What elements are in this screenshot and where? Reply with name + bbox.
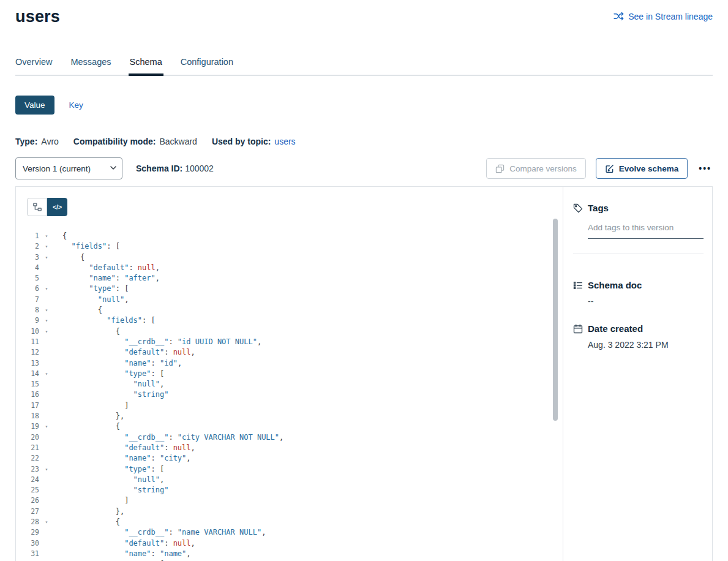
line-number: 24 bbox=[16, 475, 39, 485]
fold-arrow-icon[interactable]: ▾ bbox=[42, 369, 51, 379]
code-line: 17 ] bbox=[16, 401, 563, 411]
fold-arrow-icon[interactable]: ▾ bbox=[42, 305, 51, 315]
fold-arrow-icon bbox=[42, 432, 51, 443]
page-title: users bbox=[15, 7, 60, 26]
code-line: 16 "string" bbox=[16, 390, 563, 400]
line-number: 18 bbox=[16, 411, 39, 421]
code-text: "type": [ bbox=[51, 369, 164, 379]
fold-arrow-icon bbox=[42, 358, 51, 369]
code-line: 18 }, bbox=[16, 411, 563, 421]
code-line: 11 "__crdb__": "id UUID NOT NULL", bbox=[16, 337, 563, 347]
line-number: 27 bbox=[16, 506, 39, 517]
tags-input[interactable] bbox=[588, 220, 704, 239]
code-text: "__crdb__": "id UUID NOT NULL", bbox=[51, 337, 261, 347]
code-text: "default": null, bbox=[51, 538, 195, 549]
code-line: 15 "null", bbox=[16, 379, 563, 390]
code-view-button[interactable]: </> bbox=[47, 198, 67, 216]
code-line: 8▾ { bbox=[16, 305, 563, 315]
code-line: 30 "default": null, bbox=[16, 538, 563, 549]
fold-arrow-icon[interactable]: ▾ bbox=[42, 241, 51, 252]
line-number: 20 bbox=[16, 432, 39, 443]
line-number: 1 bbox=[16, 231, 39, 241]
fold-arrow-icon[interactable]: ▾ bbox=[42, 252, 51, 263]
version-select[interactable]: Version 1 (current) bbox=[15, 157, 122, 179]
schema-id: Schema ID: 100002 bbox=[136, 164, 214, 173]
key-toggle-button[interactable]: Key bbox=[69, 100, 83, 110]
code-line: 22 "name": "city", bbox=[16, 453, 563, 464]
code-line: 19▾ { bbox=[16, 421, 563, 432]
tags-section: Tags bbox=[573, 203, 704, 254]
fold-arrow-icon bbox=[42, 379, 51, 390]
fold-arrow-icon bbox=[42, 337, 51, 347]
line-number: 6 bbox=[16, 284, 39, 294]
view-toggle: </> bbox=[27, 198, 67, 216]
evolve-schema-button[interactable]: Evolve schema bbox=[596, 158, 688, 179]
scrollbar[interactable] bbox=[553, 219, 558, 421]
fold-arrow-icon[interactable]: ▾ bbox=[42, 421, 51, 432]
code-lines: 1▾{2▾ "fields": [3▾ {4 "default": null,5… bbox=[16, 231, 563, 561]
schema-id-label: Schema ID: bbox=[136, 164, 182, 173]
line-number: 23 bbox=[16, 464, 39, 475]
schema-toolbar: Version 1 (current) Schema ID: 100002 Co… bbox=[15, 157, 713, 179]
stream-lineage-label: See in Stream lineage bbox=[628, 12, 713, 21]
code-text: "name": "id", bbox=[51, 358, 182, 369]
line-number: 17 bbox=[16, 401, 39, 411]
fold-arrow-icon bbox=[42, 453, 51, 464]
code-text: { bbox=[51, 231, 67, 241]
fold-arrow-icon bbox=[42, 263, 51, 273]
fold-arrow-icon[interactable]: ▾ bbox=[42, 326, 51, 337]
line-number: 21 bbox=[16, 443, 39, 453]
code-line: 24 "null", bbox=[16, 475, 563, 485]
code-line: 2▾ "fields": [ bbox=[16, 241, 563, 252]
schema-doc-section: Schema doc -- bbox=[573, 280, 704, 306]
fold-arrow-icon[interactable]: ▾ bbox=[42, 464, 51, 475]
code-line: 20 "__crdb__": "city VARCHAR NOT NULL", bbox=[16, 432, 563, 443]
tab-overview[interactable]: Overview bbox=[15, 57, 52, 75]
code-view-icon: </> bbox=[53, 203, 62, 211]
code-line: 23▾ "type": [ bbox=[16, 464, 563, 475]
fold-arrow-icon[interactable]: ▾ bbox=[42, 315, 51, 326]
tree-view-icon bbox=[32, 202, 42, 212]
code-line: 6▾ "type": [ bbox=[16, 284, 563, 294]
tree-view-button[interactable] bbox=[27, 198, 47, 216]
code-text: "fields": [ bbox=[51, 241, 120, 252]
fold-arrow-icon[interactable]: ▾ bbox=[42, 284, 51, 294]
code-text: "default": null, bbox=[51, 443, 195, 453]
stream-lineage-link[interactable]: See in Stream lineage bbox=[614, 11, 713, 21]
tags-heading: Tags bbox=[573, 203, 704, 213]
compare-versions-icon bbox=[495, 164, 505, 173]
compare-versions-button[interactable]: Compare versions bbox=[486, 158, 586, 179]
tab-schema[interactable]: Schema bbox=[130, 57, 162, 75]
date-created-section: Date created Aug. 3 2022 3:21 PM bbox=[573, 323, 704, 350]
code-line: 27 }, bbox=[16, 506, 563, 517]
code-text: ] bbox=[51, 401, 129, 411]
calendar-icon bbox=[573, 324, 583, 334]
date-created-title: Date created bbox=[588, 323, 643, 334]
schema-panel: </> 1▾{2▾ "fields": [3▾ {4 "default": nu… bbox=[15, 186, 713, 561]
code-text: "null", bbox=[51, 379, 164, 390]
type-value: Avro bbox=[41, 137, 59, 146]
code-line: 21 "default": null, bbox=[16, 443, 563, 453]
line-number: 10 bbox=[16, 326, 39, 337]
code-text: }, bbox=[51, 506, 124, 517]
topic-link[interactable]: users bbox=[274, 137, 295, 146]
list-icon bbox=[573, 280, 583, 290]
more-options-button[interactable]: ••• bbox=[699, 158, 711, 179]
code-text: "type": [ bbox=[51, 284, 129, 294]
value-toggle-button[interactable]: Value bbox=[15, 96, 54, 115]
fold-arrow-icon bbox=[42, 401, 51, 411]
code-line: 3▾ { bbox=[16, 252, 563, 263]
code-line: 13 "name": "id", bbox=[16, 358, 563, 369]
fold-arrow-icon[interactable]: ▾ bbox=[42, 231, 51, 241]
line-number: 2 bbox=[16, 241, 39, 252]
line-number: 8 bbox=[16, 305, 39, 315]
line-number: 22 bbox=[16, 453, 39, 464]
stream-lineage-icon bbox=[614, 11, 624, 21]
schema-doc-title: Schema doc bbox=[588, 280, 642, 290]
tab-configuration[interactable]: Configuration bbox=[181, 57, 233, 75]
line-number: 30 bbox=[16, 538, 39, 549]
tab-messages[interactable]: Messages bbox=[70, 57, 111, 75]
code-line: 14▾ "type": [ bbox=[16, 369, 563, 379]
code-text: { bbox=[51, 517, 120, 527]
fold-arrow-icon[interactable]: ▾ bbox=[42, 517, 51, 527]
